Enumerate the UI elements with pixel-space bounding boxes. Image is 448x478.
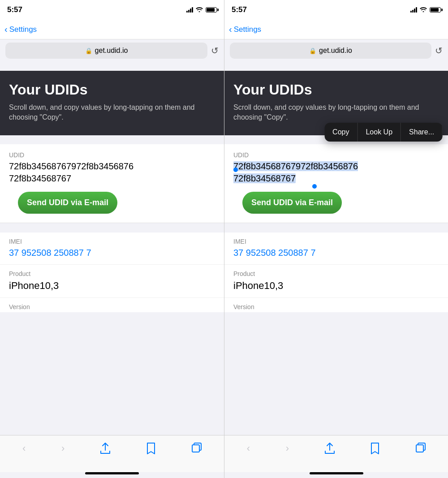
status-time-right: 5:57	[232, 5, 247, 14]
header-section-left: Your UDIDs Scroll down, and copy values …	[0, 71, 224, 135]
fields-section-left: IMEI 37 952508 250887 7 Product iPhone10…	[0, 233, 224, 313]
product-value-right[interactable]: iPhone10,3	[233, 279, 439, 293]
udid-section-left: UDID 72f8b34568767972f8b345687672f8b3456…	[0, 144, 224, 223]
bottom-toolbar-left: ‹ ›	[0, 435, 224, 472]
context-menu-lookup[interactable]: Look Up	[358, 123, 401, 142]
version-label-right: Version	[224, 298, 448, 312]
wifi-icon	[196, 7, 203, 13]
imei-row-right: IMEI 37 952508 250887 7	[224, 233, 448, 265]
imei-label-right: IMEI	[233, 238, 439, 245]
imei-row-left: IMEI 37 952508 250887 7	[0, 233, 224, 265]
context-menu: Copy Look Up Share...	[324, 123, 443, 142]
status-bar-right: 5:57	[224, 0, 448, 20]
battery-icon-right	[430, 7, 441, 13]
udid-value-right[interactable]: 72f8b34568767972f8b345687672f8b34568767	[233, 160, 439, 185]
spacer-bottom-right	[224, 223, 448, 232]
context-menu-copy[interactable]: Copy	[324, 123, 358, 142]
product-label-left: Product	[9, 270, 215, 277]
svg-rect-0	[192, 445, 199, 452]
bookmarks-button-right[interactable]	[366, 441, 383, 456]
header-title-left: Your UDIDs	[9, 82, 215, 98]
forward-nav-button-right[interactable]: ›	[282, 441, 293, 456]
spacer-mid-left	[0, 135, 224, 144]
left-phone-panel: 5:57 ‹ Settings 🔒 get.udid.io	[0, 0, 224, 478]
send-email-button-left[interactable]: Send UDID via E-mail	[18, 192, 117, 214]
context-menu-share[interactable]: Share...	[401, 123, 443, 142]
udid-label-left: UDID	[9, 151, 215, 159]
url-bar-left[interactable]: 🔒 get.udid.io	[5, 43, 207, 59]
selection-handle-top	[233, 168, 238, 172]
header-subtitle-left: Scroll down, and copy values by long-tap…	[9, 103, 215, 123]
version-label-left: Version	[0, 298, 224, 312]
product-row-right: Product iPhone10,3	[224, 265, 448, 298]
header-subtitle-right: Scroll down, and copy values by long-tap…	[233, 103, 439, 123]
status-time-left: 5:57	[7, 5, 22, 14]
back-nav-button-left[interactable]: ‹	[19, 441, 29, 456]
wifi-icon-right	[420, 7, 427, 13]
product-row-left: Product iPhone10,3	[0, 265, 224, 298]
back-arrow-icon: ‹	[4, 24, 8, 34]
url-bar-right[interactable]: 🔒 get.udid.io	[230, 43, 431, 59]
imei-value-left[interactable]: 37 952508 250887 7	[9, 247, 215, 259]
status-icons-left	[186, 7, 217, 13]
header-title-right: Your UDIDs	[233, 82, 439, 98]
udid-value-left[interactable]: 72f8b34568767972f8b345687672f8b34568767	[9, 160, 215, 185]
reload-button-left[interactable]: ↺	[211, 45, 219, 56]
browser-bar-right: 🔒 get.udid.io ↺	[224, 39, 448, 62]
udid-section-right: Copy Look Up Share... UDID 72f8b34568767…	[224, 144, 448, 223]
back-label-left: Settings	[9, 25, 37, 34]
spacer-top-right	[224, 62, 448, 71]
fields-section-right: IMEI 37 952508 250887 7 Product iPhone10…	[224, 233, 448, 313]
imei-value-right[interactable]: 37 952508 250887 7	[233, 247, 439, 259]
signal-icon	[186, 7, 193, 13]
send-email-button-right[interactable]: Send UDID via E-mail	[242, 192, 342, 214]
url-text-right: get.udid.io	[319, 47, 352, 55]
bottom-toolbar-right: ‹ ›	[224, 435, 448, 472]
lock-icon-right: 🔒	[309, 47, 316, 54]
forward-nav-button-left[interactable]: ›	[58, 441, 68, 456]
content-area-left: Your UDIDs Scroll down, and copy values …	[0, 62, 224, 435]
home-indicator-left	[85, 472, 139, 474]
share-button-left[interactable]	[97, 441, 114, 456]
back-button-left[interactable]: ‹ Settings	[4, 24, 37, 34]
spacer-top-left	[0, 62, 224, 71]
back-arrow-icon-right: ‹	[229, 24, 232, 34]
product-label-right: Product	[233, 270, 439, 277]
selection-handle-bottom	[312, 184, 317, 189]
home-indicator-right	[310, 472, 363, 474]
battery-icon	[206, 7, 217, 13]
browser-bar-left: 🔒 get.udid.io ↺	[0, 39, 224, 62]
lock-icon-left: 🔒	[85, 47, 92, 54]
back-nav-button-right[interactable]: ‹	[243, 441, 254, 456]
product-value-left[interactable]: iPhone10,3	[9, 279, 215, 293]
udid-label-right: UDID	[233, 151, 439, 159]
spacer-bottom-left	[0, 223, 224, 232]
signal-icon-right	[410, 7, 417, 13]
imei-label-left: IMEI	[9, 238, 215, 245]
status-icons-right	[410, 7, 441, 13]
back-label-right: Settings	[234, 25, 261, 34]
content-area-right: Your UDIDs Scroll down, and copy values …	[224, 62, 448, 435]
nav-bar-right: ‹ Settings	[224, 20, 448, 39]
nav-bar-left: ‹ Settings	[0, 20, 224, 39]
tabs-button-left[interactable]	[188, 441, 205, 454]
bookmarks-button-left[interactable]	[142, 441, 159, 456]
back-button-right[interactable]: ‹ Settings	[229, 24, 261, 34]
reload-button-right[interactable]: ↺	[435, 45, 443, 56]
svg-rect-1	[416, 445, 423, 452]
right-phone-panel: 5:57 ‹ Settings 🔒 get.udid.io	[224, 0, 448, 478]
share-button-right[interactable]	[321, 441, 338, 456]
tabs-button-right[interactable]	[412, 441, 429, 454]
url-text-left: get.udid.io	[95, 47, 128, 55]
status-bar-left: 5:57	[0, 0, 224, 20]
